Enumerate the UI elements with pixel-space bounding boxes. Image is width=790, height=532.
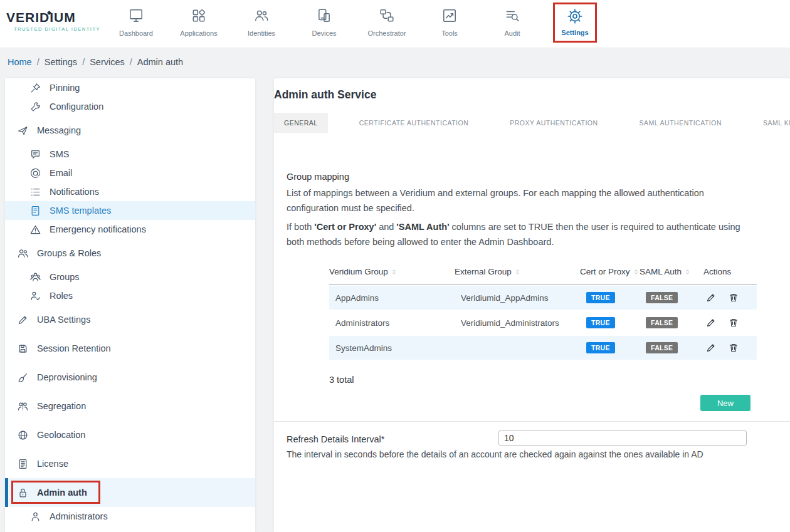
tab-saml-keys[interactable]: SAML KE: [753, 113, 790, 133]
breadcrumb-home[interactable]: Home: [8, 57, 32, 67]
table-row: SystemAdmins TRUE FALSE: [329, 336, 757, 360]
nav-label-devices: Devices: [312, 29, 336, 37]
sidebar-item-session-retention[interactable]: Session Retention: [5, 334, 255, 363]
group-mapping-title: Group mapping: [287, 172, 790, 182]
cell-external-group: Veridiumid_Administrators: [455, 318, 580, 328]
sidebar-item-uba-settings[interactable]: UBA Settings: [5, 305, 255, 334]
roles-icon: [30, 291, 41, 301]
cert-or-proxy-badge: TRUE: [586, 317, 615, 328]
nav-item-settings[interactable]: Settings: [544, 0, 606, 43]
sidebar-item-messaging[interactable]: Messaging: [5, 116, 255, 145]
section-divider: [274, 421, 790, 422]
sidebar-item-geolocation[interactable]: Geolocation: [5, 420, 255, 449]
new-button[interactable]: New: [700, 395, 750, 411]
tab-proxy-authentication[interactable]: PROXY AUTHENTICATION: [500, 113, 608, 133]
nav-item-tools[interactable]: Tools: [418, 0, 481, 43]
column-header-cert-or-proxy[interactable]: Cert or Proxy: [580, 267, 640, 276]
breadcrumb-services[interactable]: Services: [90, 57, 125, 67]
sidebar-item-configuration[interactable]: Configuration: [5, 97, 255, 116]
sidebar-item-sms[interactable]: SMS: [5, 145, 255, 164]
cell-veridium-group: SystemAdmins: [329, 343, 455, 353]
applications-icon: [191, 8, 207, 24]
nav-item-applications[interactable]: Applications: [167, 0, 230, 43]
orchestrator-icon: [379, 8, 395, 24]
nav-label-dashboard: Dashboard: [119, 29, 153, 37]
tab-saml-authentication[interactable]: SAML AUTHENTICATION: [629, 113, 732, 133]
sidebar-item-admin-auth[interactable]: Admin auth: [5, 478, 255, 507]
main-nav: Dashboard Applications Identities Device…: [105, 0, 606, 43]
breadcrumb-separator: /: [37, 57, 40, 67]
nav-item-devices[interactable]: Devices: [293, 0, 356, 43]
nav-item-dashboard[interactable]: Dashboard: [105, 0, 167, 43]
sidebar-item-deprovisioning[interactable]: Deprovisioning: [5, 363, 255, 392]
lock-icon: [18, 488, 28, 498]
pin-icon: [30, 83, 41, 93]
tab-bar: GENERAL CERTIFICATE AUTHENTICATION PROXY…: [274, 113, 790, 133]
nav-item-orchestrator[interactable]: Orchestrator: [356, 0, 418, 43]
saml-auth-badge: FALSE: [646, 292, 678, 303]
breadcrumb: Home / Settings / Services / Admin auth: [0, 48, 790, 76]
refresh-interval-help: The interval in seconds before the detai…: [287, 449, 738, 459]
sidebar-item-notifications[interactable]: Notifications: [5, 182, 255, 201]
main-panel: Admin auth Service GENERAL CERTIFICATE A…: [274, 78, 790, 532]
sidebar-item-administrators[interactable]: Administrators: [5, 507, 255, 526]
column-header-veridium-group[interactable]: Veridium Group: [329, 267, 455, 276]
nav-label-tools: Tools: [441, 29, 458, 37]
sidebar-item-emergency-notifications[interactable]: Emergency notifications: [5, 220, 255, 239]
cert-or-proxy-badge: TRUE: [586, 292, 615, 303]
nav-item-identities[interactable]: Identities: [230, 0, 293, 43]
tab-certificate-authentication[interactable]: CERTIFICATE AUTHENTICATION: [349, 113, 479, 133]
sidebar-item-sms-templates[interactable]: SMS templates: [5, 201, 255, 220]
sidebar-item-roles[interactable]: Roles: [5, 286, 255, 305]
breadcrumb-settings[interactable]: Settings: [45, 57, 77, 67]
nav-label-settings: Settings: [561, 29, 588, 36]
audit-icon: [504, 8, 520, 24]
sidebar-item-groups-roles[interactable]: Groups & Roles: [5, 239, 255, 268]
delete-icon[interactable]: [729, 318, 739, 328]
groups-icon: [30, 272, 41, 283]
column-header-saml-auth[interactable]: SAML Auth: [640, 267, 703, 276]
delete-icon[interactable]: [729, 293, 739, 303]
broom-icon: [18, 372, 28, 383]
segregation-people-icon: [18, 401, 28, 412]
people-icon: [18, 248, 28, 259]
breadcrumb-separator: /: [82, 57, 85, 67]
settings-annotation-box: Settings: [553, 3, 596, 43]
nav-item-audit[interactable]: Audit: [481, 0, 544, 43]
nav-label-identities: Identities: [248, 29, 275, 37]
refresh-interval-section: Refresh Details Interval* The interval i…: [274, 430, 790, 459]
group-mapping-section: Group mapping List of mappings between a…: [274, 172, 790, 411]
edit-icon[interactable]: [706, 293, 716, 303]
logo-name: VERIDIUM: [6, 10, 100, 25]
veridium-logo: VERIDIUM TRUSTED DIGITAL IDENTITY: [6, 10, 100, 32]
nav-label-audit: Audit: [504, 29, 520, 37]
sidebar-item-pinning[interactable]: Pinning: [5, 78, 255, 97]
cell-veridium-group: Administrators: [329, 318, 455, 328]
document-icon: [30, 206, 41, 216]
breadcrumb-separator: /: [130, 57, 132, 67]
settings-gear-icon: [567, 8, 583, 24]
sidebar-item-groups[interactable]: Groups: [5, 268, 255, 286]
table-header-row: Veridium Group External Group Cert or Pr…: [329, 259, 757, 284]
devices-icon: [316, 8, 332, 24]
table-row: Administrators Veridiumid_Administrators…: [329, 311, 757, 335]
edit-icon[interactable]: [706, 343, 716, 353]
column-header-external-group[interactable]: External Group: [455, 267, 580, 276]
settings-sidebar: Pinning Configuration Messaging SMS Emai…: [5, 78, 255, 532]
saml-auth-badge: FALSE: [646, 317, 678, 328]
tools-icon: [441, 8, 458, 24]
identities-icon: [253, 8, 270, 24]
edit-icon[interactable]: [706, 318, 716, 328]
tab-general[interactable]: GENERAL: [274, 113, 328, 133]
sidebar-item-license[interactable]: License: [5, 449, 255, 478]
sidebar-item-segregation[interactable]: Segregation: [5, 392, 255, 420]
cert-or-proxy-badge: TRUE: [586, 342, 615, 353]
at-icon: [30, 168, 41, 179]
page-title: Admin auth Service: [274, 88, 790, 102]
nav-label-applications: Applications: [180, 29, 217, 37]
refresh-interval-input[interactable]: [498, 430, 747, 446]
sidebar-item-email[interactable]: Email: [5, 164, 255, 182]
delete-icon[interactable]: [729, 343, 739, 353]
logo-tagline: TRUSTED DIGITAL IDENTITY: [6, 26, 100, 32]
floppy-icon: [18, 343, 28, 354]
